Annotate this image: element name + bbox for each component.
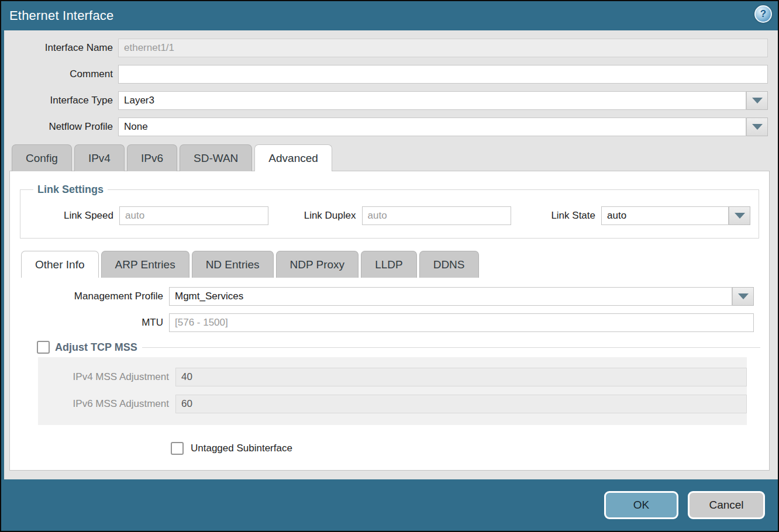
netflow-profile-dropdown (118, 118, 768, 136)
tab-ndp-proxy[interactable]: NDP Proxy (276, 251, 359, 278)
tab-nd-entries[interactable]: ND Entries (192, 251, 274, 278)
link-speed-field[interactable] (119, 206, 268, 225)
interface-type-row: Interface Type (1, 91, 768, 110)
tab-ipv6[interactable]: IPv6 (127, 144, 177, 171)
adjust-tcp-mss-group: Adjust TCP MSS IPv4 MSS Adjustment IPv6 … (36, 341, 760, 425)
link-state-dropdown-button[interactable] (729, 206, 750, 225)
interface-type-dropdown (118, 91, 768, 110)
mtu-field[interactable] (169, 313, 754, 332)
management-profile-dropdown-button[interactable] (732, 287, 754, 306)
mtu-row: MTU (10, 313, 769, 332)
untagged-subinterface-row: Untagged Subinterface (10, 442, 769, 455)
link-speed-label: Link Speed (29, 210, 119, 222)
link-duplex-label: Link Duplex (271, 210, 362, 222)
untagged-subinterface-label: Untagged Subinterface (191, 443, 292, 454)
tab-advanced[interactable]: Advanced (254, 144, 332, 171)
interface-name-row: Interface Name (1, 39, 768, 57)
interface-type-field[interactable] (118, 91, 746, 110)
tab-config[interactable]: Config (12, 144, 72, 171)
link-settings-legend: Link Settings (33, 184, 108, 196)
mtu-label: MTU (10, 317, 169, 329)
link-duplex-field[interactable] (362, 206, 511, 225)
main-tabstrip: Config IPv4 IPv6 SD-WAN Advanced (1, 144, 778, 171)
interface-type-dropdown-button[interactable] (746, 91, 768, 110)
link-settings-fields: Link Speed Link Duplex Link State (29, 206, 750, 225)
title-bar: Ethernet Interface ? (1, 1, 778, 30)
ipv4-mss-row: IPv4 MSS Adjustment (38, 368, 747, 386)
link-state-dropdown (601, 206, 750, 225)
help-icon-glyph: ? (760, 8, 766, 20)
adjust-tcp-mss-label: Adjust TCP MSS (55, 341, 137, 354)
chevron-down-icon (735, 213, 745, 219)
netflow-profile-dropdown-button[interactable] (746, 118, 768, 136)
netflow-profile-label: Netflow Profile (1, 121, 118, 133)
advanced-tab-panel: Link Settings Link Speed Link Duplex Lin… (9, 171, 770, 471)
untagged-subinterface-checkbox[interactable] (171, 442, 184, 455)
ipv6-mss-row: IPv6 MSS Adjustment (38, 395, 747, 413)
footer-bar: OK Cancel (1, 479, 778, 531)
tab-other-info[interactable]: Other Info (21, 251, 99, 278)
tab-ipv4[interactable]: IPv4 (74, 144, 125, 171)
netflow-profile-field[interactable] (118, 118, 746, 136)
interface-name-field (118, 39, 768, 57)
dialog-title: Ethernet Interface (9, 8, 113, 23)
tab-ddns[interactable]: DDNS (419, 251, 479, 278)
tab-arp-entries[interactable]: ARP Entries (101, 251, 189, 278)
interface-name-label: Interface Name (1, 42, 118, 54)
left-accent-strip (1, 30, 4, 479)
ok-button[interactable]: OK (604, 491, 678, 519)
management-profile-row: Management Profile (10, 287, 769, 306)
ethernet-interface-dialog: Ethernet Interface ? Interface Name Comm… (0, 0, 779, 532)
link-state-field[interactable] (601, 206, 729, 225)
tab-sdwan[interactable]: SD-WAN (180, 144, 252, 171)
mss-disabled-block: IPv4 MSS Adjustment IPv6 MSS Adjustment (38, 357, 747, 425)
ipv6-mss-label: IPv6 MSS Adjustment (38, 398, 175, 410)
management-profile-field[interactable] (169, 287, 732, 306)
chevron-down-icon (752, 124, 763, 130)
inner-tabstrip: Other Info ARP Entries ND Entries NDP Pr… (10, 251, 769, 277)
comment-field[interactable] (118, 65, 768, 84)
ipv4-mss-label: IPv4 MSS Adjustment (38, 371, 175, 383)
link-settings-group: Link Settings Link Speed Link Duplex Lin… (20, 184, 759, 239)
ipv6-mss-field (175, 395, 747, 413)
link-state-label: Link State (513, 210, 601, 222)
chevron-down-icon (752, 98, 763, 103)
chevron-down-icon (738, 293, 749, 299)
top-form: Interface Name Comment Interface Type Ne… (1, 30, 778, 136)
comment-row: Comment (1, 65, 768, 84)
management-profile-dropdown (169, 287, 754, 306)
ipv4-mss-field (175, 368, 747, 386)
help-icon[interactable]: ? (754, 5, 772, 23)
cancel-button[interactable]: Cancel (688, 491, 765, 519)
adjust-tcp-mss-legend: Adjust TCP MSS (36, 341, 142, 354)
management-profile-label: Management Profile (10, 291, 169, 302)
interface-type-label: Interface Type (1, 95, 118, 106)
adjust-tcp-mss-checkbox[interactable] (37, 341, 50, 354)
netflow-profile-row: Netflow Profile (1, 118, 768, 136)
comment-label: Comment (1, 68, 118, 80)
tab-lldp[interactable]: LLDP (361, 251, 417, 278)
